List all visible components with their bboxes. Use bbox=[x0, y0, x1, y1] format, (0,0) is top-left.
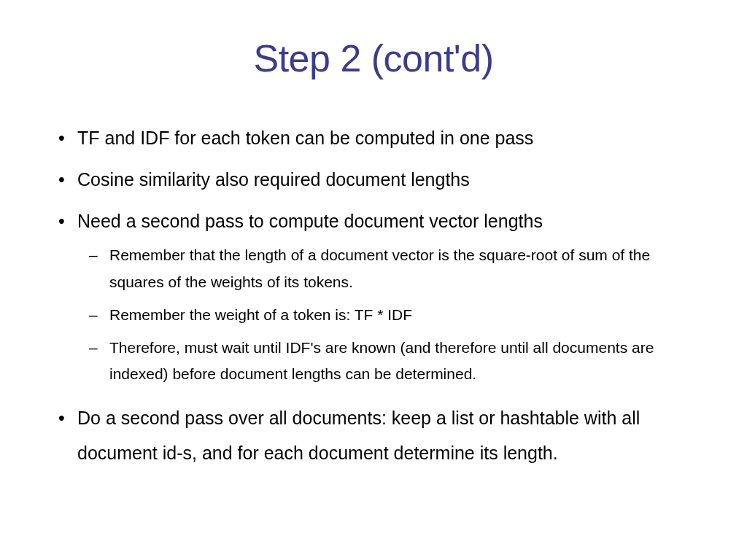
sub-bullet-item: Therefore, must wait until IDF's are kno… bbox=[77, 335, 696, 389]
bullet-text: Do a second pass over all documents: kee… bbox=[77, 408, 640, 463]
bullet-item: TF and IDF for each token can be compute… bbox=[51, 124, 696, 152]
bullet-list: TF and IDF for each token can be compute… bbox=[51, 124, 696, 470]
sub-bullet-list: Remember that the length of a document v… bbox=[77, 242, 696, 388]
bullet-text: Cosine similarity also required document… bbox=[77, 169, 470, 190]
slide-container: Step 2 (cont'd) TF and IDF for each toke… bbox=[0, 0, 747, 560]
sub-bullet-text: Remember the weight of a token is: TF * … bbox=[109, 306, 412, 323]
bullet-text: Need a second pass to compute document v… bbox=[77, 211, 543, 231]
sub-bullet-text: Therefore, must wait until IDF's are kno… bbox=[109, 339, 654, 383]
sub-bullet-item: Remember the weight of a token is: TF * … bbox=[77, 302, 696, 329]
bullet-item: Do a second pass over all documents: kee… bbox=[51, 401, 696, 470]
slide-title: Step 2 (cont'd) bbox=[51, 36, 696, 80]
sub-bullet-item: Remember that the length of a document v… bbox=[77, 242, 696, 296]
bullet-item: Cosine similarity also required document… bbox=[51, 166, 696, 194]
bullet-text: TF and IDF for each token can be compute… bbox=[77, 128, 533, 148]
bullet-item: Need a second pass to compute document v… bbox=[51, 207, 696, 389]
sub-bullet-text: Remember that the length of a document v… bbox=[109, 246, 650, 290]
